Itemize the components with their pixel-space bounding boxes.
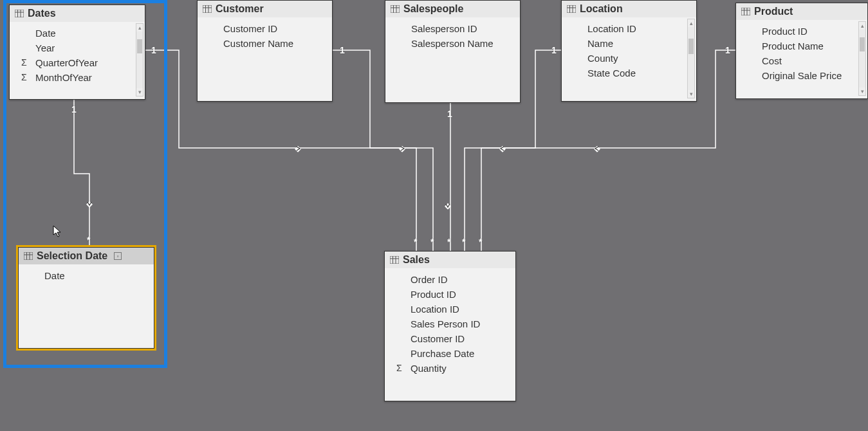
svg-rect-5 — [594, 146, 600, 152]
table-header-salespeople[interactable]: Salespeople — [385, 1, 520, 17]
cardinality-one: 1 — [71, 104, 77, 115]
scrollbar[interactable]: ▴ ▾ — [136, 23, 143, 96]
table-dates[interactable]: Dates Date Year QuarterOfYear MonthOfYea… — [9, 5, 145, 100]
table-header-customer[interactable]: Customer — [198, 1, 332, 17]
scroll-thumb[interactable] — [688, 39, 694, 54]
field-item[interactable]: Location ID — [385, 302, 515, 316]
svg-rect-4 — [499, 146, 506, 152]
table-location[interactable]: Location Location ID Name County State C… — [561, 0, 697, 102]
scroll-down-icon[interactable]: ▾ — [859, 87, 865, 95]
fields-list: Customer ID Customer Name — [198, 17, 332, 55]
table-salespeople[interactable]: Salespeople Salesperson ID Salesperson N… — [385, 0, 521, 103]
table-icon — [741, 8, 750, 15]
cardinality-many: * — [447, 237, 450, 247]
field-item[interactable]: Product Name — [736, 39, 867, 53]
scroll-up-icon[interactable]: ▴ — [136, 24, 143, 32]
fields-list: Date — [19, 264, 154, 287]
cardinality-many: * — [462, 237, 465, 247]
cardinality-many: * — [430, 237, 434, 247]
scrollbar[interactable]: ▴ ▾ — [858, 21, 866, 96]
svg-rect-0 — [86, 201, 93, 208]
table-title: Customer — [216, 3, 264, 15]
table-title: Salespeople — [403, 3, 463, 15]
fields-list: Salesperson ID Salesperson Name — [385, 17, 520, 55]
table-title: Dates — [28, 8, 56, 19]
cardinality-one: 1 — [340, 45, 345, 55]
cardinality-many: * — [87, 235, 90, 245]
table-icon — [15, 10, 24, 17]
scroll-thumb[interactable] — [860, 37, 865, 51]
svg-rect-2 — [399, 146, 405, 152]
field-item[interactable]: Year — [10, 41, 145, 55]
field-item[interactable]: Product ID — [736, 24, 867, 39]
table-customer[interactable]: Customer Customer ID Customer Name — [197, 0, 333, 102]
svg-rect-6 — [15, 10, 24, 17]
scroll-up-icon[interactable]: ▴ — [859, 22, 865, 30]
table-icon — [390, 256, 399, 264]
field-item[interactable]: State Code — [562, 66, 696, 80]
svg-rect-10 — [203, 5, 212, 13]
table-title: Location — [580, 3, 623, 15]
table-header-location[interactable]: Location — [562, 1, 696, 17]
field-item[interactable]: Salesperson Name — [385, 36, 520, 51]
field-item[interactable]: QuarterOfYear — [10, 55, 145, 70]
table-icon — [203, 5, 212, 13]
scrollbar[interactable]: ▴ ▾ — [687, 19, 695, 98]
table-header-dates[interactable]: Dates — [10, 5, 145, 22]
table-title: Sales — [403, 254, 430, 266]
field-item[interactable]: Product ID — [385, 287, 515, 302]
field-item[interactable]: Purchase Date — [385, 346, 515, 361]
field-item[interactable]: Location ID — [562, 21, 696, 36]
table-title: Product — [754, 6, 793, 17]
field-item[interactable]: Cost — [736, 53, 867, 68]
svg-rect-14 — [391, 5, 400, 13]
field-item[interactable]: Salesperson ID — [385, 21, 520, 36]
svg-rect-3 — [445, 203, 451, 210]
cardinality-one: 1 — [151, 45, 156, 55]
table-product[interactable]: Product Product ID Product Name Cost Ori… — [735, 3, 868, 99]
field-item[interactable]: Date — [19, 268, 154, 283]
calculated-table-icon: ▫ — [114, 252, 122, 260]
table-icon — [567, 5, 576, 13]
field-item[interactable]: Customer ID — [198, 21, 332, 36]
table-icon — [24, 252, 33, 260]
table-selection-date[interactable]: Selection Date ▫ Date — [18, 247, 154, 349]
table-icon — [391, 5, 400, 13]
svg-rect-30 — [390, 256, 399, 264]
field-item[interactable]: Quantity — [385, 361, 515, 376]
mouse-cursor-icon — [53, 225, 63, 241]
scroll-thumb[interactable] — [137, 39, 142, 53]
svg-rect-1 — [295, 146, 301, 152]
table-header-sales[interactable]: Sales — [385, 252, 515, 268]
svg-rect-18 — [567, 5, 576, 13]
svg-rect-22 — [741, 8, 750, 15]
scroll-up-icon[interactable]: ▴ — [688, 19, 694, 27]
cardinality-one: 1 — [725, 45, 730, 55]
field-item[interactable]: Order ID — [385, 272, 515, 287]
table-sales[interactable]: Sales Order ID Product ID Location ID Sa… — [384, 251, 516, 401]
field-item[interactable]: Customer Name — [198, 36, 332, 51]
fields-list: Order ID Product ID Location ID Sales Pe… — [385, 268, 515, 380]
table-header-selection-date[interactable]: Selection Date ▫ — [19, 248, 154, 264]
cardinality-one: 1 — [551, 45, 557, 55]
field-item[interactable]: Original Sale Price — [736, 68, 867, 83]
field-item[interactable]: Date — [10, 26, 145, 41]
field-item[interactable]: County — [562, 51, 696, 66]
field-item[interactable]: MonthOfYear — [10, 70, 145, 85]
scroll-down-icon[interactable]: ▾ — [688, 90, 694, 98]
fields-list: Product ID Product Name Cost Original Sa… — [736, 20, 867, 97]
cardinality-one: 1 — [447, 109, 452, 119]
fields-list: Location ID Name County State Code ▴ ▾ — [562, 17, 696, 100]
fields-list: Date Year QuarterOfYear MonthOfYear ▴ ▾ — [10, 22, 145, 98]
field-item[interactable]: Name — [562, 36, 696, 51]
cardinality-many: * — [479, 237, 482, 247]
field-item[interactable]: Customer ID — [385, 331, 515, 346]
svg-rect-26 — [24, 252, 33, 260]
scroll-down-icon[interactable]: ▾ — [136, 88, 143, 96]
table-title: Selection Date — [37, 250, 107, 262]
cardinality-many: * — [414, 237, 417, 247]
table-header-product[interactable]: Product — [736, 3, 867, 20]
field-item[interactable]: Sales Person ID — [385, 316, 515, 331]
